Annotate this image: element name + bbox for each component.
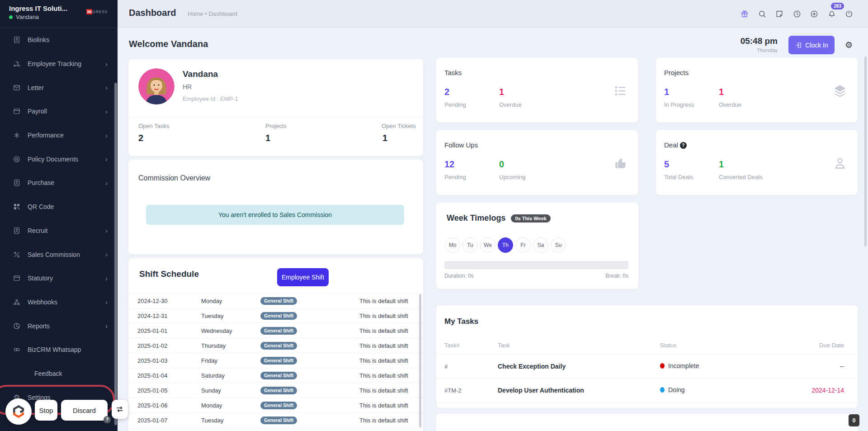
commission-overview-card: Commission Overview You aren't enrolled … [128, 160, 423, 254]
task-row[interactable]: # Check Exception Daily Incomplete -- [436, 355, 858, 378]
ingress-logo: INGRESS [86, 9, 108, 14]
profile-card: Vandana HR Employee Id : EMP-1 Open Task… [128, 59, 423, 156]
sidebar-item-reports[interactable]: Reports › [0, 314, 118, 338]
search-icon[interactable] [758, 9, 767, 19]
sidebar-item-policy-documents[interactable]: Policy Documents › [0, 147, 118, 171]
help-circle-icon[interactable]: ? [680, 142, 687, 149]
shift-row: 2025-01-05SundayGeneral ShiftThis is def… [128, 383, 423, 398]
notes-icon[interactable] [775, 9, 784, 19]
task-row[interactable]: #TM-2 Develop User Authentication Doing … [436, 379, 858, 402]
shift-table-scrollbar[interactable] [419, 294, 421, 427]
chevron-right-icon: › [105, 61, 108, 67]
timelog-break: Break: 0s [605, 273, 628, 279]
floating-zero-badge[interactable]: 0 [849, 414, 859, 426]
window-icon [13, 274, 21, 282]
followups-upcoming-value: 0 [499, 159, 541, 170]
link-icon [13, 346, 21, 354]
open-tasks-value: 2 [138, 133, 143, 143]
discard-button[interactable]: Discard [61, 400, 108, 421]
day-tu[interactable]: Tu [462, 237, 478, 253]
day-th-active[interactable]: Th [498, 237, 513, 253]
sidebar-item-feedback[interactable]: Feedback [0, 362, 118, 386]
sidebar-item-recruit[interactable]: Recruit › [0, 219, 118, 243]
shift-badge: General Shift [260, 357, 297, 365]
profile-role: HR [183, 83, 192, 90]
chevron-right-icon: › [105, 84, 108, 91]
followups-pending-value: 12 [444, 159, 486, 170]
day-fr[interactable]: Fr [515, 237, 531, 253]
status-dot-incomplete [660, 363, 665, 369]
sidebar-item-bizcrm-whatsapp[interactable]: BizCRM Whatsapp [0, 338, 118, 362]
day-we[interactable]: We [480, 237, 495, 253]
commission-alert: You aren't enrolled to Sales Commission [146, 205, 404, 225]
sidebar-scrollbar[interactable] [114, 83, 117, 425]
day-su[interactable]: Su [551, 237, 566, 253]
projects-value: 1 [265, 133, 270, 143]
open-tickets-label: Open Tickets [382, 123, 416, 129]
stop-button[interactable]: Stop [35, 400, 57, 421]
login-icon [795, 42, 802, 49]
swap-button[interactable] [112, 400, 128, 419]
shift-schedule-title: Shift Schedule [139, 269, 199, 279]
avatar[interactable] [138, 68, 175, 104]
sidebar-item-employee-tracking[interactable]: Employee Tracking › [0, 52, 118, 76]
projects-card-title: Projects [664, 69, 689, 76]
shift-table: 2024-12-30MondayGeneral ShiftThis is def… [128, 293, 423, 431]
sidebar-item-performance[interactable]: Performance › [0, 123, 118, 147]
shift-badge: General Shift [260, 372, 297, 379]
id-card-icon [13, 179, 21, 187]
chevron-right-icon: › [105, 108, 108, 115]
clock-in-button[interactable]: Clock In [788, 36, 835, 54]
main-area: Dashboard Home • Dashboard 283 Welcome V… [118, 0, 868, 431]
time-block: 05:48 pm Thursday [741, 36, 778, 53]
projects-label: Projects [265, 123, 287, 129]
user-icon [832, 156, 848, 171]
commission-title: Commission Overview [138, 174, 210, 182]
id-card-icon [13, 36, 21, 44]
clock-icon[interactable] [793, 9, 802, 19]
sidebar-item-purchase[interactable]: Purchase › [0, 171, 118, 195]
chevron-right-icon: › [105, 132, 108, 139]
plus-circle-icon[interactable] [810, 9, 819, 19]
sidebar-header[interactable]: Ingress IT Soluti... INGRESS Vandana [0, 0, 118, 28]
window-icon [13, 107, 21, 115]
sidebar-item-letter[interactable]: Letter › [0, 76, 118, 99]
overlay-help-badge[interactable]: ? [104, 416, 111, 423]
shift-row: 2025-01-04SaturdayGeneral ShiftThis is d… [128, 368, 423, 383]
page-scrollbar[interactable] [864, 57, 867, 246]
day-sa[interactable]: Sa [533, 237, 548, 253]
gift-icon[interactable] [740, 9, 749, 19]
sidebar-item-qr-code[interactable]: QR Code [0, 195, 118, 219]
my-tasks-card: My Tasks Task# Task Status Due Date # Ch… [436, 305, 858, 408]
percent-icon [13, 251, 21, 259]
bell-icon[interactable] [827, 9, 836, 19]
dashboard-settings-gear-icon[interactable]: ⚙ [845, 40, 853, 50]
topbar: Dashboard Home • Dashboard 283 [118, 0, 868, 28]
nodes-icon [13, 298, 21, 306]
open-tasks-label: Open Tasks [138, 123, 169, 129]
sidebar-item-sales-commission[interactable]: Sales Commission › [0, 242, 118, 266]
chevron-right-icon: › [105, 227, 108, 234]
projects-overdue-value: 1 [719, 87, 761, 97]
sidebar-item-payroll[interactable]: Payroll › [0, 99, 118, 123]
recorder-logo-button[interactable] [5, 398, 32, 425]
layers-icon [832, 83, 848, 99]
projects-card[interactable]: Projects 1In Progress 1Overdue [656, 58, 858, 123]
sidebar-item-biolinks[interactable]: Biolinks [0, 28, 118, 52]
sparkle-icon [13, 131, 21, 139]
sidebar-item-webhooks[interactable]: Webhooks › [0, 290, 118, 314]
day-mo[interactable]: Mo [445, 237, 460, 253]
shift-badge: General Shift [260, 402, 297, 409]
follow-ups-card-title: Follow Ups [444, 141, 478, 149]
employee-shift-button[interactable]: Employee Shift [277, 268, 329, 286]
tasks-card[interactable]: Tasks 2Pending 1Overdue [436, 58, 638, 123]
shift-badge: General Shift [260, 297, 297, 305]
divider [436, 402, 858, 403]
shift-badge: General Shift [260, 327, 297, 335]
follow-ups-card[interactable]: Follow Ups 12Pending 0Upcoming [436, 130, 638, 195]
power-icon[interactable] [844, 9, 854, 19]
shift-badge: General Shift [260, 387, 297, 394]
deal-card[interactable]: Deal? 5Total Deals 1Converted Deals [656, 130, 858, 195]
sidebar-item-statutory[interactable]: Statutory › [0, 266, 118, 290]
timelog-duration: Duration: 0s [444, 273, 474, 279]
